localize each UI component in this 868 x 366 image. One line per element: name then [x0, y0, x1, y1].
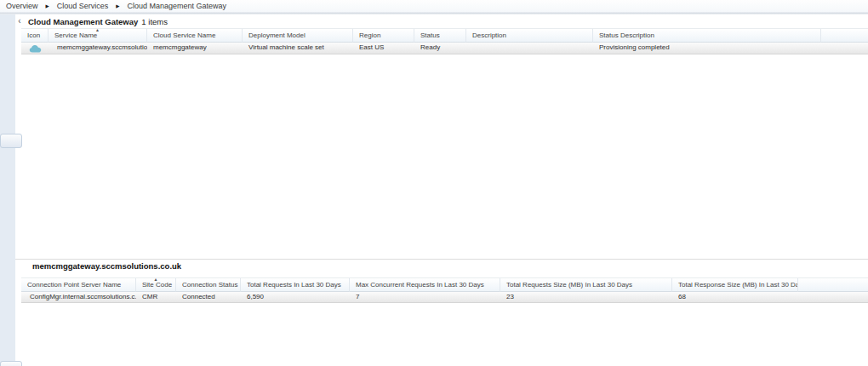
- collapse-chevron-icon[interactable]: ‹: [16, 15, 23, 27]
- connection-point-row[interactable]: ConfigMgr.internal.sccmsolutions.c... CM…: [21, 292, 868, 303]
- sort-ascending-icon: ▲: [95, 29, 100, 32]
- gateway-cloud-service-name: memcmggateway: [147, 43, 243, 54]
- navigation-splitter-strip: [0, 14, 15, 366]
- list-title: Cloud Management Gateway: [28, 17, 138, 26]
- column-header-site-code-label: Site Code: [142, 281, 172, 289]
- breadcrumb-separator-icon: ▶: [40, 0, 55, 12]
- column-header-service-name[interactable]: ▲ Service Name: [49, 29, 147, 43]
- column-header-filler: [821, 29, 868, 43]
- detail-pane-divider[interactable]: [15, 259, 868, 260]
- column-header-connection-status[interactable]: Connection Status: [176, 278, 241, 292]
- connection-point-row-filler: [798, 292, 868, 302]
- cloud-icon: [29, 44, 42, 53]
- column-header-total-response-size[interactable]: Total Response Size (MB) In Last 30 Days: [672, 278, 798, 292]
- column-header-cloud-service-name[interactable]: Cloud Service Name: [147, 29, 243, 43]
- gateway-deployment-model: Virtual machine scale set: [243, 43, 353, 54]
- connection-point-connection-status: Connected: [176, 292, 241, 302]
- list-item-count: 1 items: [141, 17, 168, 26]
- gateway-status: Ready: [414, 43, 466, 54]
- gateway-row-filler: [821, 43, 868, 54]
- gateway-description: [466, 43, 593, 54]
- column-header-deployment-model[interactable]: Deployment Model: [243, 29, 353, 43]
- column-header-region[interactable]: Region: [353, 29, 414, 43]
- column-header-filler: [798, 278, 868, 292]
- breadcrumb-item-cloud-management-gateway[interactable]: Cloud Management Gateway: [126, 2, 229, 10]
- connection-point-total-requests-size: 23: [500, 292, 672, 302]
- splitter-expand-handle-bottom[interactable]: [0, 361, 22, 366]
- column-header-connection-point-server-name[interactable]: Connection Point Server Name: [21, 278, 136, 292]
- breadcrumb-item-overview[interactable]: Overview: [4, 2, 40, 10]
- connection-point-max-concurrent-requests: 7: [350, 292, 500, 302]
- column-header-site-code[interactable]: ▲ Site Code: [136, 278, 176, 292]
- column-header-description[interactable]: Description: [466, 29, 593, 43]
- connection-point-server-name: ConfigMgr.internal.sccmsolutions.c...: [21, 292, 136, 302]
- console-window: Overview ▶ Cloud Services ▶ Cloud Manage…: [0, 0, 868, 366]
- connection-point-total-response-size: 68: [672, 292, 798, 302]
- column-header-total-requests-size[interactable]: Total Requests Size (MB) In Last 30 Days: [500, 278, 672, 292]
- list-caption-bar: ‹ Cloud Management Gateway 1 items: [15, 14, 868, 28]
- gateway-row-icon-cell: [21, 43, 49, 54]
- sort-ascending-icon: ▲: [154, 278, 158, 282]
- column-header-service-name-label: Service Name: [54, 31, 97, 39]
- gateway-list-header: Icon ▲ Service Name Cloud Service Name D…: [21, 28, 868, 43]
- column-header-icon[interactable]: Icon: [21, 29, 49, 43]
- breadcrumb-separator-icon: ▶: [110, 0, 125, 12]
- gateway-service-name: memcmggateway.sccmsolutio...: [49, 43, 147, 54]
- column-header-total-requests[interactable]: Total Requests In Last 30 Days: [241, 278, 350, 292]
- connection-point-total-requests: 6,590: [241, 292, 350, 302]
- gateway-region: East US: [353, 43, 414, 54]
- connection-points-list: Connection Point Server Name ▲ Site Code…: [21, 277, 868, 303]
- column-header-status[interactable]: Status: [414, 29, 466, 43]
- gateway-row[interactable]: memcmggateway.sccmsolutio... memcmggatew…: [21, 43, 868, 54]
- gateway-status-description: Provisioning completed: [593, 43, 821, 54]
- splitter-expand-handle[interactable]: [0, 134, 22, 148]
- column-header-status-description[interactable]: Status Description: [593, 29, 821, 43]
- breadcrumb-item-cloud-services[interactable]: Cloud Services: [55, 2, 111, 10]
- breadcrumb: Overview ▶ Cloud Services ▶ Cloud Manage…: [0, 0, 868, 12]
- connection-point-site-code: CMR: [136, 292, 176, 302]
- detail-pane-title: memcmggateway.sccmsolutions.co.uk: [32, 261, 181, 271]
- column-header-max-concurrent-requests[interactable]: Max Concurrent Requests In Last 30 Days: [350, 278, 500, 292]
- connection-points-header: Connection Point Server Name ▲ Site Code…: [21, 277, 868, 292]
- gateway-list: Icon ▲ Service Name Cloud Service Name D…: [21, 28, 868, 54]
